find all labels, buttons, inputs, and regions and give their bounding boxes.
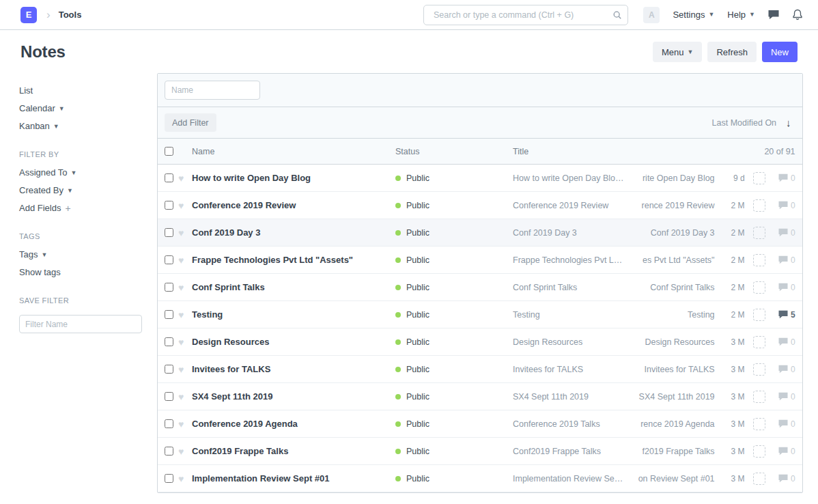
row-name-link[interactable]: Conference 2019 Agenda (192, 419, 395, 429)
assign-placeholder[interactable] (753, 281, 765, 294)
add-filter-button[interactable]: Add Filter (165, 113, 216, 132)
row-comments[interactable]: 5 (765, 310, 795, 320)
row-name-link[interactable]: SX4 Sept 11th 2019 (192, 391, 395, 402)
row-name-link[interactable]: Invitees for TALKS (192, 364, 395, 374)
sidebar-show-tags[interactable]: Show tags (19, 267, 143, 278)
help-menu[interactable]: Help ▼ (727, 10, 755, 20)
assign-placeholder[interactable] (753, 418, 765, 430)
heart-icon[interactable]: ♥ (178, 365, 184, 374)
assign-placeholder[interactable] (753, 391, 765, 403)
heart-icon[interactable]: ♥ (178, 201, 184, 210)
refresh-button[interactable]: Refresh (707, 42, 757, 62)
assign-placeholder[interactable] (753, 473, 765, 485)
column-header-name[interactable]: Name (192, 147, 395, 156)
row-comments[interactable]: 0 (765, 474, 795, 484)
heart-icon[interactable]: ♥ (178, 337, 184, 347)
heart-icon[interactable]: ♥ (178, 392, 184, 402)
row-checkbox[interactable] (165, 228, 173, 237)
row-checkbox[interactable] (165, 310, 173, 319)
row-checkbox[interactable] (165, 337, 173, 346)
new-button[interactable]: New (762, 42, 798, 62)
assign-placeholder[interactable] (753, 172, 765, 184)
assign-placeholder[interactable] (753, 227, 765, 239)
heart-icon[interactable]: ♥ (178, 447, 184, 456)
assign-placeholder[interactable] (753, 336, 765, 348)
row-comments[interactable]: 0 (765, 447, 795, 456)
sidebar-add-fields[interactable]: Add Fields + (19, 203, 143, 214)
row-checkbox[interactable] (165, 283, 173, 292)
row-comments[interactable]: 0 (765, 201, 795, 210)
sidebar-view-kanban[interactable]: Kanban ▼ (19, 121, 143, 132)
heart-icon[interactable]: ♥ (178, 283, 184, 292)
table-row[interactable]: ♥ Invitees for TALKS Public Invitees for… (158, 356, 802, 383)
row-checkbox[interactable] (165, 201, 173, 210)
sidebar-assigned-to[interactable]: Assigned To ▼ (19, 167, 143, 178)
chat-icon[interactable] (768, 10, 779, 20)
settings-menu[interactable]: Settings ▼ (673, 10, 714, 20)
breadcrumb[interactable]: Tools (59, 10, 82, 20)
app-logo[interactable]: E (20, 7, 37, 23)
row-comments[interactable]: 0 (765, 283, 795, 292)
row-name-link[interactable]: Conf Sprint Talks (192, 282, 395, 292)
row-name-link[interactable]: How to write Open Day Blog (192, 173, 395, 183)
row-name-link[interactable]: Conference 2019 Review (192, 200, 395, 210)
sort-field-label[interactable]: Last Modified On (712, 118, 777, 128)
column-header-title[interactable]: Title (513, 147, 623, 156)
filter-name-input[interactable] (19, 315, 142, 333)
row-comments[interactable]: 0 (765, 228, 795, 238)
row-checkbox[interactable] (165, 365, 173, 374)
table-row[interactable]: ♥ How to write Open Day Blog Public How … (158, 165, 802, 192)
search-input[interactable] (432, 10, 612, 20)
assign-placeholder[interactable] (753, 199, 765, 212)
table-row[interactable]: ♥ SX4 Sept 11th 2019 Public SX4 Sept 11t… (158, 383, 802, 410)
sidebar-created-by[interactable]: Created By ▼ (19, 185, 143, 196)
row-name-link[interactable]: Design Resources (192, 337, 395, 347)
select-all-checkbox[interactable] (165, 147, 173, 156)
row-name-link[interactable]: Testing (192, 309, 395, 320)
sort-direction-button[interactable]: ↓ (782, 116, 795, 129)
user-avatar[interactable]: A (643, 7, 660, 23)
table-row[interactable]: ♥ Conf Sprint Talks Public Conf Sprint T… (158, 274, 802, 301)
table-row[interactable]: ♥ Design Resources Public Design Resourc… (158, 328, 802, 356)
heart-icon[interactable]: ♥ (178, 173, 184, 183)
row-checkbox[interactable] (165, 474, 173, 483)
menu-button[interactable]: Menu ▼ (653, 42, 702, 62)
row-name-link[interactable]: Conf 2019 Day 3 (192, 227, 395, 238)
row-comments[interactable]: 0 (765, 173, 795, 183)
row-checkbox[interactable] (165, 419, 173, 428)
search-icon[interactable] (612, 10, 622, 20)
row-comments[interactable]: 0 (765, 337, 795, 347)
table-row[interactable]: ♥ Conf2019 Frappe Talks Public Conf2019 … (158, 438, 802, 465)
bell-icon[interactable] (792, 9, 803, 20)
row-checkbox[interactable] (165, 255, 173, 264)
table-row[interactable]: ♥ Implementation Review Sept #01 Public … (158, 465, 802, 492)
sidebar-tags[interactable]: Tags ▼ (19, 249, 143, 260)
row-name-link[interactable]: Frappe Technologies Pvt Ltd "Assets" (192, 255, 395, 265)
row-name-link[interactable]: Implementation Review Sept #01 (192, 473, 395, 484)
heart-icon[interactable]: ♥ (178, 255, 184, 265)
heart-icon[interactable]: ♥ (178, 419, 184, 429)
assign-placeholder[interactable] (753, 254, 765, 266)
row-checkbox[interactable] (165, 173, 173, 182)
row-checkbox[interactable] (165, 447, 173, 456)
table-row[interactable]: ♥ Frappe Technologies Pvt Ltd "Assets" P… (158, 247, 802, 274)
sidebar-view-list[interactable]: List (19, 85, 143, 96)
column-header-status[interactable]: Status (395, 147, 513, 156)
assign-placeholder[interactable] (753, 363, 765, 376)
heart-icon[interactable]: ♥ (178, 228, 184, 238)
row-comments[interactable]: 0 (765, 392, 795, 402)
heart-icon[interactable]: ♥ (178, 310, 184, 320)
assign-placeholder[interactable] (753, 445, 765, 458)
table-row[interactable]: ♥ Testing Public Testing Testing 2 M 5 (158, 301, 802, 328)
row-comments[interactable]: 0 (765, 255, 795, 265)
sidebar-view-calendar[interactable]: Calendar ▼ (19, 103, 143, 114)
heart-icon[interactable]: ♥ (178, 474, 184, 484)
row-comments[interactable]: 0 (765, 419, 795, 429)
table-row[interactable]: ♥ Conference 2019 Review Public Conferen… (158, 192, 802, 219)
row-comments[interactable]: 0 (765, 365, 795, 374)
global-search[interactable] (423, 5, 628, 25)
name-filter-input[interactable] (165, 81, 260, 100)
table-row[interactable]: ♥ Conference 2019 Agenda Public Conferen… (158, 410, 802, 438)
row-checkbox[interactable] (165, 392, 173, 401)
list-count[interactable]: 20 of 91 (623, 147, 795, 156)
